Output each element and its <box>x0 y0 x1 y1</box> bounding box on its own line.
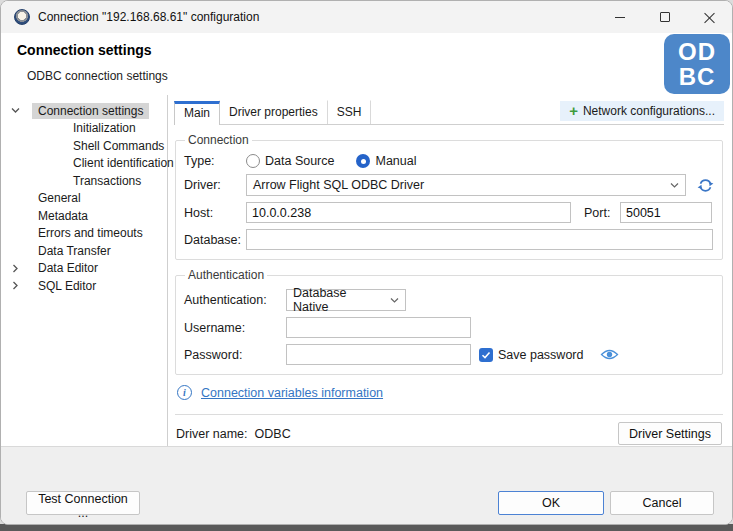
chevron-right-icon[interactable] <box>8 264 22 273</box>
port-label: Port: <box>584 206 620 220</box>
plus-icon: + <box>569 105 578 117</box>
sync-driver-icon[interactable] <box>697 177 714 194</box>
driver-name-value: ODBC <box>255 427 291 441</box>
driver-label: Driver: <box>184 178 246 192</box>
tree-item-label: Connection settings <box>32 103 149 119</box>
sidebar-item-sql-editor[interactable]: SQL Editor <box>1 277 167 295</box>
ok-button[interactable]: OK <box>498 491 604 515</box>
manual-radio-label[interactable]: Manual <box>375 154 416 168</box>
network-configurations-button[interactable]: + Network configurations... <box>560 101 724 121</box>
authentication-label: Authentication: <box>184 293 286 307</box>
password-input[interactable] <box>286 344 471 365</box>
chevron-right-icon[interactable] <box>8 281 22 290</box>
minimize-button[interactable] <box>597 1 642 33</box>
type-row: Type: Data Source Manual <box>184 154 714 168</box>
sidebar-item-initialization[interactable]: Initialization <box>1 120 167 138</box>
page-subtitle: ODBC connection settings <box>27 69 716 83</box>
driver-combo[interactable]: Arrow Flight SQL ODBC Driver <box>246 174 686 196</box>
connection-variables-link[interactable]: Connection variables information <box>201 386 383 400</box>
dialog-header: Connection settings ODBC connection sett… <box>1 33 732 95</box>
connection-variables-row: i Connection variables information <box>177 385 723 400</box>
checkmark-icon <box>481 350 491 360</box>
sidebar-item-connection-settings[interactable]: Connection settings <box>1 102 167 120</box>
sidebar-item-transactions[interactable]: Transactions <box>1 172 167 190</box>
info-icon: i <box>177 385 192 400</box>
authentication-row: Authentication: Database Native <box>184 289 714 311</box>
sidebar-item-errors-and-timeouts[interactable]: Errors and timeouts <box>1 225 167 243</box>
maximize-icon <box>660 12 670 22</box>
data-source-radio[interactable] <box>246 154 260 168</box>
sidebar-item-data-editor[interactable]: Data Editor <box>1 260 167 278</box>
close-icon <box>704 12 715 23</box>
network-configurations-label: Network configurations... <box>583 104 715 118</box>
close-button[interactable] <box>687 1 732 33</box>
connection-group: Connection Type: Data Source Manual Driv… <box>175 133 723 260</box>
sidebar-item-data-transfer[interactable]: Data Transfer <box>1 242 167 260</box>
authentication-combo[interactable]: Database Native <box>286 289 406 311</box>
password-label: Password: <box>184 348 286 362</box>
tree-item-label: Data Transfer <box>32 243 117 259</box>
password-row: Password: Save password <box>184 344 714 365</box>
app-icon <box>14 9 30 25</box>
type-label: Type: <box>184 154 246 168</box>
username-label: Username: <box>184 321 286 335</box>
host-label: Host: <box>184 206 246 220</box>
authentication-combo-value: Database Native <box>293 286 384 314</box>
authentication-group: Authentication Authentication: Database … <box>175 268 723 375</box>
tree-item-label: Shell Commands <box>67 138 170 154</box>
tree-item-label: Transactions <box>67 173 147 189</box>
tab-strip: Main Driver properties SSH + Network con… <box>174 95 724 125</box>
driver-combo-value: Arrow Flight SQL ODBC Driver <box>253 178 424 192</box>
save-password-label[interactable]: Save password <box>498 348 583 362</box>
sidebar-item-general[interactable]: General <box>1 190 167 208</box>
minimize-icon <box>615 17 625 18</box>
database-input[interactable] <box>246 229 713 250</box>
main-tab-content: Connection Type: Data Source Manual Driv… <box>174 125 724 452</box>
settings-tree: Connection settings Initialization Shell… <box>1 95 168 446</box>
dialog-button-bar: Test Connection ... OK Cancel <box>1 446 732 524</box>
port-input[interactable] <box>620 202 712 223</box>
eye-icon[interactable] <box>600 348 619 361</box>
username-input[interactable] <box>286 317 471 338</box>
test-connection-button[interactable]: Test Connection ... <box>26 491 140 515</box>
tree-item-label: Data Editor <box>32 260 104 276</box>
page-title: Connection settings <box>17 42 716 58</box>
main-panel: Main Driver properties SSH + Network con… <box>168 95 732 446</box>
tab-ssh[interactable]: SSH <box>327 100 372 124</box>
manual-radio[interactable] <box>356 154 370 168</box>
sidebar-item-shell-commands[interactable]: Shell Commands <box>1 137 167 155</box>
driver-name-label: Driver name: <box>176 427 248 441</box>
tab-main[interactable]: Main <box>174 101 220 125</box>
driver-settings-button[interactable]: Driver Settings <box>618 422 722 445</box>
tree-item-label: Client identification <box>67 155 180 171</box>
maximize-button[interactable] <box>642 1 687 33</box>
tree-item-label: Initialization <box>67 120 142 136</box>
desktop-background <box>0 524 733 531</box>
driver-name-row: Driver name: ODBC Driver Settings <box>175 414 723 447</box>
sidebar-item-client-identification[interactable]: Client identification <box>1 155 167 173</box>
driver-row: Driver: Arrow Flight SQL ODBC Driver <box>184 174 714 196</box>
window-controls <box>597 1 732 33</box>
chevron-down-icon <box>670 181 679 190</box>
username-row: Username: <box>184 317 714 338</box>
database-label: Database: <box>184 233 246 247</box>
window-title: Connection "192.168.68.61" configuration <box>38 10 259 24</box>
cancel-button[interactable]: Cancel <box>610 491 714 515</box>
connection-group-legend: Connection <box>185 133 252 147</box>
tree-item-label: Errors and timeouts <box>32 225 149 241</box>
connection-configuration-dialog: Connection "192.168.68.61" configuration… <box>0 0 733 525</box>
tab-driver-properties[interactable]: Driver properties <box>219 100 328 124</box>
odbc-logo: OD BC <box>664 34 730 94</box>
save-password-checkbox[interactable] <box>479 348 493 362</box>
tree-item-label: Metadata <box>32 208 94 224</box>
odbc-logo-line2: BC <box>679 64 716 89</box>
tree-item-label: General <box>32 190 87 206</box>
host-input[interactable] <box>246 202 571 223</box>
title-bar[interactable]: Connection "192.168.68.61" configuration <box>1 1 732 33</box>
chevron-down-icon[interactable] <box>8 106 22 115</box>
sidebar-item-metadata[interactable]: Metadata <box>1 207 167 225</box>
odbc-logo-line1: OD <box>678 39 716 64</box>
host-row: Host: Port: <box>184 202 714 223</box>
authentication-group-legend: Authentication <box>185 268 267 282</box>
data-source-radio-label[interactable]: Data Source <box>265 154 334 168</box>
